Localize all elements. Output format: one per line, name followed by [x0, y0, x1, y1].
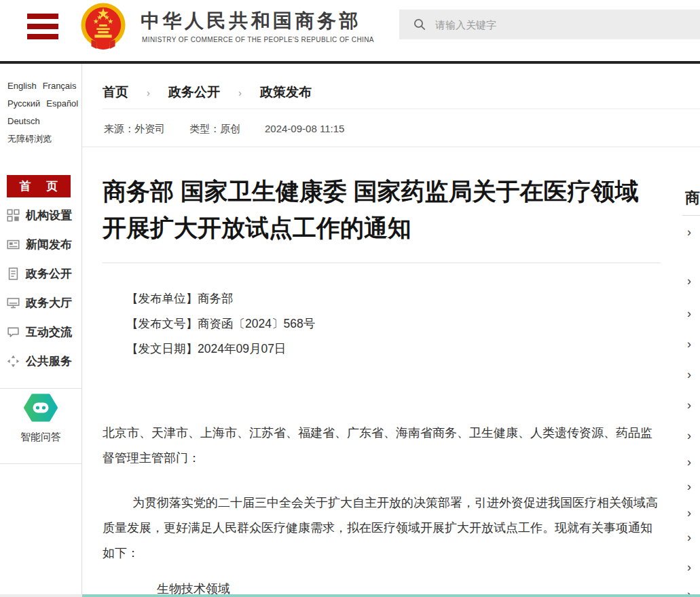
chevron-right-icon[interactable]: ›: [687, 480, 691, 493]
breadcrumb: 首页 › 政务公开 › 政策发布: [103, 83, 312, 101]
sidebar-nav: 机构设置 新闻发布 政务公开: [0, 201, 81, 376]
search-icon[interactable]: [413, 18, 426, 31]
smart-qa-widget[interactable]: 智能问答: [0, 393, 81, 444]
chevron-right-icon[interactable]: ›: [687, 456, 691, 468]
article-meta: 来源：外资司 类型：原创 2024-09-08 11:15: [104, 123, 344, 136]
site-subtitle: MINISTRY OF COMMERCE OF THE PEOPLE'S REP…: [142, 36, 374, 43]
search-input[interactable]: [435, 19, 659, 31]
bottom-edge-gray: [0, 594, 82, 597]
chevron-right-icon[interactable]: ›: [687, 307, 691, 320]
sidebar-item-gov-affairs[interactable]: 政务公开: [0, 259, 81, 288]
sidebar-item-label: 政务公开: [26, 266, 72, 282]
sidebar-item-home[interactable]: 首 页: [7, 175, 71, 197]
hamburger-bar: [27, 24, 58, 29]
hamburger-bar: [27, 14, 58, 19]
chevron-right-icon[interactable]: ›: [687, 399, 691, 411]
monitor-icon: [7, 296, 20, 309]
sidebar-item-news[interactable]: 新闻发布: [0, 230, 81, 259]
chevron-right-icon[interactable]: ›: [687, 531, 691, 543]
field-issuing-unit: 【发布单位】商务部: [126, 286, 315, 311]
site-title: 中华人民共和国商务部: [141, 8, 361, 34]
divider: [103, 109, 700, 109]
article-paragraph: 为贯彻落实党的二十届三中全会关于扩大自主开放的决策部署，引进外资促进我国医疗相关…: [103, 490, 659, 566]
sidebar-item-public-service[interactable]: 公共服务: [0, 347, 81, 376]
publication-fields: 【发布单位】商务部 【发布文号】商资函〔2024〕568号 【发文日期】2024…: [126, 286, 315, 362]
sidebar-item-label: 新闻发布: [26, 237, 72, 252]
sidebar-item-label: 互动交流: [26, 324, 72, 340]
related-panel-heading-partial: 商: [685, 188, 700, 208]
field-issue-date: 【发文日期】2024年09月07日: [126, 336, 315, 362]
chevron-right-icon[interactable]: ›: [687, 368, 691, 381]
article-type: 类型：原创: [189, 123, 240, 136]
divider: [682, 215, 700, 216]
chevron-right-icon[interactable]: ›: [687, 275, 691, 287]
lang-espanol[interactable]: Español: [46, 98, 78, 109]
sidebar-item-service-hall[interactable]: 政务大厅: [0, 288, 81, 317]
smart-qa-robot-icon: [23, 393, 58, 422]
language-switcher: EnglishFrançais РусскийEspañol Deutsch 无…: [7, 77, 81, 148]
header-divider: [0, 61, 700, 64]
chevron-right-icon[interactable]: ›: [687, 561, 691, 573]
chevron-right-icon[interactable]: ›: [687, 338, 691, 350]
search-box[interactable]: [399, 9, 700, 39]
lang-deutsch[interactable]: Deutsch: [7, 116, 40, 126]
divider: [103, 263, 661, 263]
hamburger-bar: [27, 34, 58, 39]
document-icon: [7, 267, 20, 280]
chevron-separator-icon: ›: [147, 87, 150, 98]
chat-icon: [7, 326, 20, 339]
article-source: 来源：外资司: [104, 123, 165, 136]
chevron-separator-icon: ›: [238, 87, 242, 98]
breadcrumb-gov-affairs[interactable]: 政务公开: [168, 83, 220, 101]
page: 中华人民共和国商务部 MINISTRY OF COMMERCE OF THE P…: [0, 0, 700, 597]
sidebar-divider: [0, 388, 81, 389]
chevron-right-icon[interactable]: ›: [687, 226, 691, 238]
hamburger-menu-icon[interactable]: [27, 14, 58, 39]
service-compass-icon: [7, 355, 20, 368]
article-title: 商务部 国家卫生健康委 国家药监局关于在医疗领域开展扩大开放试点工作的通知: [103, 173, 659, 246]
chevron-right-icon[interactable]: ›: [687, 507, 691, 519]
lang-english[interactable]: English: [7, 81, 37, 91]
lang-russian[interactable]: Русский: [7, 98, 40, 109]
accessibility-link[interactable]: 无障碍浏览: [7, 134, 52, 144]
national-emblem-logo[interactable]: [79, 2, 127, 54]
sidebar-item-label: 机构设置: [26, 208, 72, 223]
sidebar-item-label: 政务大厅: [26, 295, 72, 311]
lang-francais[interactable]: Français: [43, 81, 77, 91]
breadcrumb-policy-release[interactable]: 政策发布: [260, 83, 312, 101]
org-chart-icon: [7, 209, 20, 222]
divider: [82, 147, 700, 147]
bottom-edge-teal-rule: [82, 594, 700, 597]
article-datetime: 2024-09-08 11:15: [265, 123, 344, 136]
sidebar-border: [81, 64, 82, 594]
smart-qa-label: 智能问答: [0, 431, 81, 444]
sidebar-item-organization[interactable]: 机构设置: [0, 201, 81, 230]
sidebar-divider: [0, 463, 81, 464]
field-document-number: 【发布文号】商资函〔2024〕568号: [126, 311, 315, 336]
breadcrumb-home[interactable]: 首页: [103, 83, 128, 101]
sidebar-item-label: 公共服务: [26, 353, 72, 369]
chevron-right-icon[interactable]: ›: [687, 429, 691, 442]
sidebar-item-interaction[interactable]: 互动交流: [0, 317, 81, 347]
header: 中华人民共和国商务部 MINISTRY OF COMMERCE OF THE P…: [0, 0, 700, 61]
newspaper-icon: [7, 238, 20, 251]
article-paragraph: 北京市、天津市、上海市、江苏省、福建省、广东省、海南省商务、卫生健康、人类遗传资…: [103, 421, 659, 471]
